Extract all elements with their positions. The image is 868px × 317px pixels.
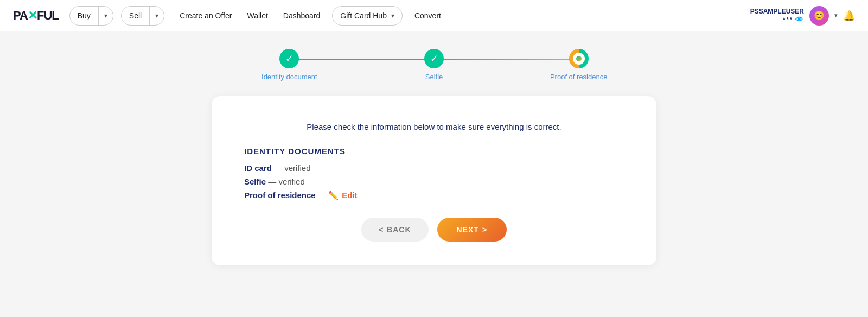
step-2: ✓ Selfie	[362, 49, 507, 81]
sell-chevron-icon: ▾	[155, 12, 158, 20]
gift-card-hub-group[interactable]: Gift Card Hub ▾	[332, 6, 403, 26]
stars-text: ***	[783, 16, 793, 23]
doc-selfie-label: Selfie	[244, 177, 266, 186]
sell-button[interactable]: Sell	[122, 7, 149, 25]
step-3-circle	[569, 49, 589, 68]
next-label: NEXT	[457, 225, 479, 234]
nav-right: PSSAMPLEUSER *** 👁 😊 ▾ 🔔	[750, 6, 855, 26]
step-1: ✓ Identity document	[217, 49, 362, 81]
card-intro-text: Please check the information below to ma…	[244, 122, 624, 131]
step-3-label: Proof of residence	[550, 73, 608, 81]
next-arrow-icon: >	[482, 225, 487, 234]
section-title: IDENTITY DOCUMENTS	[244, 147, 624, 156]
back-button[interactable]: < BACK	[361, 218, 429, 242]
doc-selfie-separator: —	[268, 177, 278, 186]
step-2-label: Selfie	[425, 73, 443, 81]
pencil-icon: ✏️	[328, 191, 339, 200]
identity-documents-section: IDENTITY DOCUMENTS ID card — verified Se…	[244, 147, 624, 200]
avatar[interactable]: 😊	[809, 6, 829, 26]
doc-proof-label: Proof of residence	[244, 191, 316, 200]
navbar: PA✕FUL Buy ▾ Sell ▾ Create an Offer Wall…	[0, 0, 868, 31]
stars-display: *** 👁	[783, 15, 804, 24]
notification-bell-icon[interactable]: 🔔	[843, 10, 855, 22]
buy-chevron-button[interactable]: ▾	[99, 7, 113, 25]
logo-x: ✕	[28, 9, 37, 22]
sell-chevron-button[interactable]: ▾	[150, 7, 164, 25]
doc-row-id-card: ID card — verified	[244, 163, 624, 173]
gift-card-hub-label: Gift Card Hub	[340, 11, 387, 20]
doc-proof-separator: —	[318, 191, 328, 200]
next-button[interactable]: NEXT >	[437, 218, 507, 242]
step-1-label: Identity document	[261, 73, 317, 81]
step-2-check-icon: ✓	[430, 53, 438, 65]
doc-id-card-status: verified	[284, 163, 310, 173]
username-text: PSSAMPLEUSER	[750, 8, 804, 15]
buy-button[interactable]: Buy	[70, 7, 98, 25]
verification-card: Please check the information below to ma…	[212, 96, 656, 265]
step-3: Proof of residence	[506, 49, 651, 81]
step-1-line	[289, 59, 434, 60]
logo: PA✕FUL	[13, 9, 59, 23]
doc-id-card-label: ID card	[244, 163, 272, 173]
doc-selfie-status: verified	[278, 177, 304, 186]
wallet-link[interactable]: Wallet	[241, 11, 273, 20]
username-display: PSSAMPLEUSER *** 👁	[750, 8, 804, 24]
step-1-check-icon: ✓	[285, 53, 293, 65]
gift-card-chevron-icon: ▾	[391, 12, 394, 20]
sell-group[interactable]: Sell ▾	[121, 6, 164, 26]
step-2-line	[434, 59, 579, 60]
edit-link[interactable]: Edit	[342, 191, 357, 200]
step-1-circle: ✓	[279, 49, 299, 68]
step-2-circle: ✓	[424, 49, 444, 68]
buy-chevron-icon: ▾	[104, 12, 107, 20]
back-arrow-icon: <	[379, 225, 384, 234]
stepper: ✓ Identity document ✓ Selfie Proof of re…	[217, 49, 651, 81]
doc-row-proof-of-residence: Proof of residence — ✏️ Edit	[244, 191, 624, 200]
buy-group[interactable]: Buy ▾	[69, 6, 113, 26]
create-offer-link[interactable]: Create an Offer	[174, 11, 237, 20]
card-actions: < BACK NEXT >	[244, 218, 624, 242]
doc-id-card-separator: —	[274, 163, 284, 173]
user-chevron-icon[interactable]: ▾	[834, 12, 838, 19]
convert-link[interactable]: Convert	[409, 11, 446, 20]
eye-icon: 👁	[795, 15, 804, 24]
back-label: BACK	[387, 225, 411, 234]
main-content: ✓ Identity document ✓ Selfie Proof of re…	[0, 31, 868, 283]
dashboard-link[interactable]: Dashboard	[278, 11, 326, 20]
doc-row-selfie: Selfie — verified	[244, 177, 624, 186]
